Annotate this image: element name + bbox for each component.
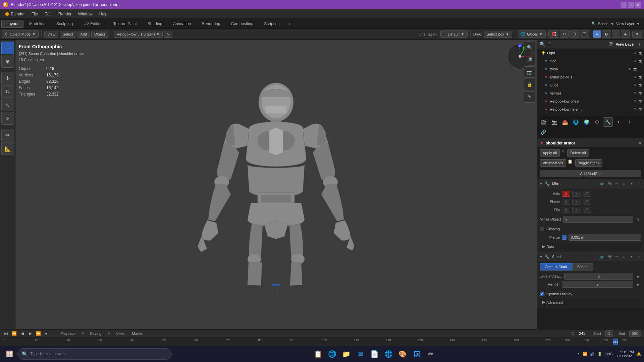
current-frame-indicator[interactable]: 241 [613,339,618,345]
props-tab-constraints[interactable]: 🔗 [538,127,548,137]
props-tab-physics[interactable]: ⚛ [624,117,634,127]
zoom-out-btn[interactable]: 🔎 [524,54,535,65]
props-tab-view-layer[interactable]: 🌐 [571,117,581,127]
viewport[interactable]: Front Orthographic (241) Scene Collectio… [15,40,537,329]
delete-all-button[interactable]: Delete All [567,149,589,157]
overlay-toggle[interactable]: ⬡ [570,31,579,38]
bisect-y[interactable]: Y [572,199,581,205]
taskbar-photoshop[interactable]: 🖼 [410,347,424,361]
rf-helmet-visible[interactable]: 👁 [633,107,637,112]
retopo-plugin[interactable]: RetopoFlow 3.1.0 (self) ▼ [114,31,163,38]
menu-file[interactable]: File [28,11,41,17]
mirror-modifier-header[interactable]: ▼ 🔧 Mirro 📺 📷 ✏ □ ▼ ✕ [537,179,644,188]
taskbar-multiview[interactable]: 📋 [312,347,325,361]
hier-item-armor1[interactable]: ▼ armor peice 1 👁 📷 [537,73,644,81]
mirror-object-eyedropper[interactable]: 🖱 [635,216,641,222]
tab-animation[interactable]: Animation [168,20,196,28]
rotation-btn[interactable]: ↻ [524,91,535,103]
start-value[interactable]: 1 [605,330,613,337]
taskbar-mail[interactable]: ✉ [354,347,367,361]
jump-start-btn[interactable]: ⏮ [3,330,9,337]
marker-menu[interactable]: Marker [129,331,146,336]
view-menu[interactable]: View [113,331,127,336]
object-menu[interactable]: Object [91,31,108,38]
taskbar-notepad[interactable]: 📄 [368,347,381,361]
hier-item-side[interactable]: ▼ side 👁 📷 [537,57,644,65]
hier-item-light[interactable]: 💡 Light 👁 📷 [537,49,644,57]
notification-icon[interactable]: 🔔 [637,352,641,356]
menu-render[interactable]: Render [55,11,75,17]
mirror-dropdown-icon[interactable]: ▼ [629,181,635,187]
start-button[interactable]: 🪟 [3,347,16,361]
select-box-selector[interactable]: Select Box ▼ [484,31,512,38]
add-menu[interactable]: Add [77,31,90,38]
tab-shading[interactable]: Shading [143,20,167,28]
catmull-clark-btn[interactable]: Catmull-Clark [540,263,572,270]
close-button[interactable]: ✕ [635,2,641,8]
play-reverse-btn[interactable]: ◀ [19,330,25,337]
timeline-ruler[interactable]: 0 10 20 30 40 50 60 70 80 90 100 110 120… [0,338,644,346]
shading-rendered[interactable]: ○ [612,31,620,38]
step-forward-btn[interactable]: ⏩ [35,330,42,337]
mirror-data-section[interactable]: ▶ Data [540,243,641,250]
select-tool[interactable]: ◻ [1,42,14,54]
merge-checkbox[interactable]: ✓ [562,235,567,240]
cube-render[interactable]: 📷 [638,83,643,87]
torso-visible[interactable]: 👁 [627,67,632,71]
mirror-realtime-icon[interactable]: 📺 [599,181,605,187]
flip-x[interactable]: X [562,207,570,213]
view-menu[interactable]: View [44,31,58,38]
taskbar-explorer[interactable]: 📁 [340,347,353,361]
props-tab-output[interactable]: 📤 [560,117,570,127]
props-tab-scene[interactable]: 🎬 [538,117,548,127]
transform-tool[interactable]: ⟡ [1,112,14,125]
snap-toggle[interactable]: 🧲 [548,31,559,38]
viewport-vis-button[interactable]: Viewport Vis [540,159,566,167]
camera-view-btn[interactable]: 📷 [524,66,535,78]
light-render[interactable]: 📷 [638,51,643,55]
hier-item-helmet[interactable]: ▼ helmet 👁 📷 [537,89,644,97]
tab-layout[interactable]: Layout [1,20,23,28]
cube-visible[interactable]: 👁 [633,83,637,87]
help-button[interactable]: ? [164,31,172,38]
subd-render-icon[interactable]: 📷 [606,254,612,260]
viewport-vis-icon[interactable]: 📋 [568,159,573,167]
menu-help[interactable]: Help [96,11,111,17]
systray-language[interactable]: ENG [605,352,613,356]
taskbar-chrome[interactable]: 🌐 [382,347,395,361]
tab-sculpting[interactable]: Sculpting [51,20,78,28]
mode-selector[interactable]: ⬡ Object Mode ▼ [2,31,39,38]
bisect-x[interactable]: X [562,199,570,205]
mirror-axis-y[interactable]: Y [572,191,581,197]
subd-edit-icon[interactable]: ✏ [614,254,620,260]
subd-close-icon[interactable]: ✕ [636,254,642,260]
props-tab-world[interactable]: 🌍 [581,117,591,127]
props-tab-object[interactable]: ⬡ [592,117,602,127]
play-btn[interactable]: ▶ [27,330,34,337]
side-visible[interactable]: 👁 [633,59,637,63]
light-visible[interactable]: 👁 [633,51,637,55]
armor1-render[interactable]: 📷 [638,75,643,79]
rf-helmet-render[interactable]: 📷 [638,107,643,112]
jump-end-btn[interactable]: ⏭ [43,330,50,337]
shading-eevee[interactable]: ◈ [621,31,630,38]
menu-window[interactable]: Window [75,11,96,17]
levels-view-expand[interactable]: ▶ [635,273,641,279]
mirror-edit-icon[interactable]: ✏ [614,181,620,187]
search-input[interactable] [30,352,167,356]
tab-modeling[interactable]: Modeling [24,20,51,28]
scene-hierarchy[interactable]: 💡 Light 👁 📷 ▼ side 👁 📷 ▼ [537,49,644,116]
props-close-icon[interactable]: ✕ [638,141,641,145]
systray-expand[interactable]: ∧ [577,352,580,356]
subd-realtime-icon[interactable]: 📺 [599,254,605,260]
clipping-checkbox[interactable] [540,227,544,231]
mirror-render-icon[interactable]: 📷 [606,181,612,187]
taskbar-blender[interactable]: 🎨 [396,347,410,361]
add-workspace-button[interactable]: + [285,20,293,28]
hier-item-cube[interactable]: ▼ Cube 👁 📷 [537,81,644,89]
taskbar-edge[interactable]: 🌐 [326,347,339,361]
helmet-render[interactable]: 📷 [638,91,643,96]
optimal-display-checkbox[interactable]: ✓ [540,292,544,296]
shading-solid[interactable]: ● [593,31,601,38]
shading-material[interactable]: ◐ [602,31,611,38]
